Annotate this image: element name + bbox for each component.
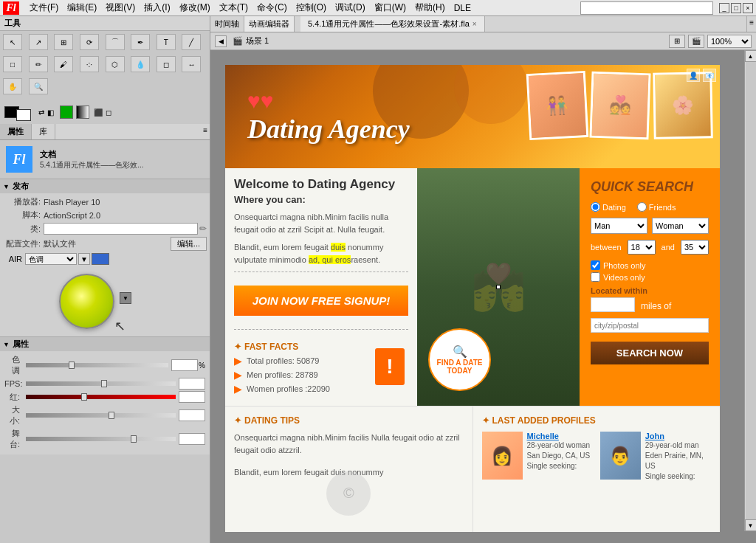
fps-slider[interactable] [26,381,176,386]
stage-slider[interactable] [26,437,176,441]
stage-value[interactable]: 209 [179,433,205,445]
dating-radio-label[interactable]: Dating [591,202,626,212]
friends-radio[interactable] [637,202,647,212]
man-select[interactable]: Man [591,218,647,234]
header-icon-1[interactable]: 👤 [687,69,700,82]
join-button[interactable]: JOIN NOW FREE SIGNUP! [234,286,408,316]
dating-radio[interactable] [591,202,600,212]
free-transform-tool[interactable]: ⊞ [54,34,73,50]
attributes-section-header[interactable]: ▼ 属性 [0,336,210,351]
fill-color[interactable] [16,109,31,121]
panel-menu[interactable]: ≡ [201,124,210,139]
menu-insert[interactable]: 插入(I) [140,0,174,15]
size-value[interactable]: 131 [179,409,205,421]
menu-edit[interactable]: 编辑(E) [63,0,101,15]
menu-view[interactable]: 视图(V) [101,0,140,15]
width-tool[interactable]: ↔ [182,56,201,72]
doc-icon: Fl [6,146,32,173]
menu-file[interactable]: 文件(F) [25,0,63,15]
woman-select[interactable]: Woman [652,218,709,234]
subselect-tool[interactable]: ↗ [29,34,48,50]
maximize-button[interactable]: □ [731,3,741,13]
color-picker-circle[interactable] [59,274,114,329]
dropdown-arrow-icon[interactable]: ▼ [120,292,131,304]
menu-debug[interactable]: 调试(D) [331,0,370,15]
zoom-tool[interactable]: 🔍 [29,78,48,94]
hue-slider[interactable] [26,363,168,367]
air-select[interactable]: 色调 [25,253,77,265]
eraser-tool[interactable]: ◻ [157,56,176,72]
age-from-select[interactable]: 18 [628,240,656,255]
age-row: between 18 and 35 [591,240,709,255]
tab-library[interactable]: 库 [32,124,55,139]
profile-name-2[interactable]: John [645,432,711,440]
fps-value[interactable]: 96 [179,378,205,390]
green-color[interactable] [60,106,73,119]
color-option2[interactable]: ◻ [106,108,111,117]
publish-section-header[interactable]: ▼ 发布 [0,179,210,193]
class-edit-icon[interactable]: ✏ [199,224,207,234]
tab-properties[interactable]: 属性 [0,124,32,139]
search-now-button[interactable]: SEARCH NOW [591,342,709,364]
text-tool[interactable]: T [157,34,176,50]
hand-tool[interactable]: ✋ [3,78,22,94]
class-input[interactable] [44,223,198,235]
search-input[interactable] [580,1,713,15]
menu-window[interactable]: 窗口(W) [370,0,410,15]
photos-checkbox[interactable] [591,260,600,270]
air-color-preview[interactable] [92,253,109,265]
edit-button[interactable]: 编辑... [171,237,207,251]
gradient-swatch[interactable] [76,106,89,119]
arrow-tool[interactable]: ↖ [3,34,22,50]
header-icon-2[interactable]: 📧 [703,69,716,82]
videos-checkbox[interactable] [591,272,600,282]
menu-modify[interactable]: 修改(M) [175,0,215,15]
panel-options-icon[interactable]: ≡ [746,16,756,32]
friends-radio-label[interactable]: Friends [637,202,676,212]
spray-tool[interactable]: ·:· [80,56,99,72]
eyedrop-tool[interactable]: 💧 [131,56,150,72]
scroll-track[interactable] [746,62,756,519]
animation-tab[interactable]: 动画编辑器 [244,16,295,32]
timeline-tab[interactable]: 时间轴 [210,16,244,32]
scroll-down-button[interactable]: ▼ [745,519,757,531]
age-to-select[interactable]: 35 [681,240,709,255]
city-zip-input[interactable] [591,318,709,333]
menu-control[interactable]: 控制(O) [292,0,331,15]
tool-icons: ↖ ↗ ⊞ ⟳ ⌒ ✒ T ╱ [0,31,210,53]
couple-image-section: 💏 🔍 FIND A DATE TODAY [417,168,580,406]
swap-colors[interactable]: ⇄ [38,108,44,117]
brush-tool[interactable]: 🖌 [54,56,73,72]
pen-tool[interactable]: ✒ [131,34,150,50]
scene-icon-btn[interactable]: 🎬 [688,35,704,48]
zoom-select[interactable]: 100% [707,35,752,48]
color-option[interactable]: ⬛ [94,108,103,117]
rect-tool[interactable]: □ [3,56,22,72]
menu-command[interactable]: 命令(C) [252,0,292,15]
menu-dle[interactable]: DLE [450,1,475,15]
transform-tool[interactable]: ⟳ [80,34,99,50]
close-tab-icon[interactable]: × [472,20,477,28]
menu-text[interactable]: 文本(T) [215,0,252,15]
hue-value[interactable]: 33 [171,359,198,371]
red-value[interactable]: 96 [179,391,205,403]
size-slider[interactable] [26,413,176,418]
default-colors[interactable]: ◧ [47,108,54,117]
pencil-tool[interactable]: ✏ [29,56,48,72]
back-button[interactable]: ◀ [215,35,227,47]
red-slider[interactable] [26,395,176,399]
air-dropdown-icon[interactable]: ▼ [78,253,90,265]
file-tab[interactable]: 5.4.1通用元件属性——色彩效果设置-素材.fla × [300,16,485,32]
canvas-area[interactable]: ♥♥ Dating Agency 👫 💑 🌸 [210,50,756,543]
miles-input[interactable] [591,297,635,312]
menu-help[interactable]: 帮助(H) [410,0,450,15]
minimize-button[interactable]: _ [719,3,729,13]
vertical-scrollbar[interactable]: ▲ ▼ [744,50,756,531]
close-button[interactable]: × [743,3,753,13]
line-tool[interactable]: ╱ [182,34,201,50]
profile-name-1[interactable]: Michelle [527,432,591,440]
symbol-icon[interactable]: ⊞ [669,35,685,48]
paint-tool[interactable]: ⬡ [106,56,125,72]
lasso-tool[interactable]: ⌒ [106,34,125,50]
scroll-up-button[interactable]: ▲ [745,50,757,62]
